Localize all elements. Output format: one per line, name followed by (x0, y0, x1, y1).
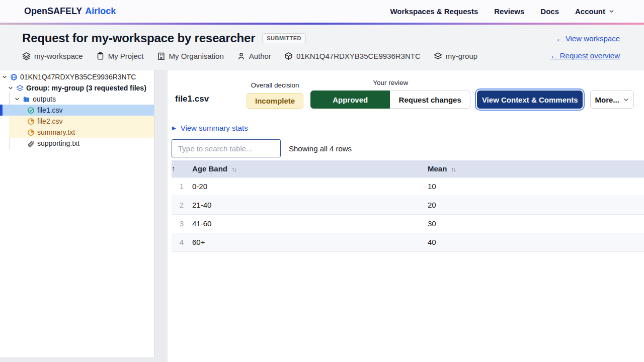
table-search-input[interactable] (172, 139, 281, 157)
tree-item-request-root[interactable]: 01KN1Q47RDXYB35CE9936R3NTC (0, 71, 154, 82)
tree-folder-label: outputs (33, 95, 56, 103)
pending-review-icon (27, 129, 35, 136)
view-workspace-link[interactable]: ← View workspace (556, 34, 620, 43)
meta-workspace: my-workspace (22, 52, 83, 60)
expand-triangle-icon: ▶ (172, 126, 176, 131)
title-row: Request for my-workspace by researcher S… (22, 31, 620, 45)
view-summary-stats-toggle[interactable]: ▶ View summary stats (172, 124, 248, 132)
nav-account-label: Account (575, 7, 605, 16)
table-search-row: Showing all 4 rows (172, 139, 644, 157)
table-row: 2 21-40 20 (172, 196, 644, 214)
data-table: ↑ Age Band↑↓ Mean↑↓ 1 0-20 10 2 (172, 160, 644, 252)
cube-icon (284, 52, 293, 60)
nav-links: Workspaces & Requests Reviews Docs Accou… (390, 7, 615, 16)
row-number: 2 (172, 196, 186, 214)
chevron-down-icon[interactable] (2, 74, 8, 80)
page: OpenSAFELY Airlock Workspaces & Requests… (0, 0, 644, 362)
chevron-down-icon[interactable] (14, 96, 20, 102)
tree-file-label: supporting.txt (37, 139, 79, 147)
sort-ascending-icon: ↑ (172, 164, 175, 172)
tree-item-supporting[interactable]: supporting.txt (0, 138, 154, 149)
meta-workspace-label: my-workspace (34, 52, 83, 60)
pending-review-icon (27, 118, 35, 125)
nav-workspaces-requests[interactable]: Workspaces & Requests (390, 7, 478, 16)
row-number: 4 (172, 233, 186, 251)
page-title: Request for my-workspace by researcher (22, 31, 255, 45)
tree-file-label: summary.txt (37, 128, 75, 136)
tree-item-file1[interactable]: file1.csv (0, 105, 154, 116)
meta-request-id-label: 01KN1Q47RDXYB35CE9936R3NTC (296, 52, 421, 60)
meta-organisation: My Organisation (157, 52, 224, 60)
column-header-mean[interactable]: Mean↑↓ (422, 160, 644, 177)
column-header-age-band[interactable]: Age Band↑↓ (186, 160, 422, 177)
sort-toggle-icon[interactable]: ↑↓ (451, 166, 455, 173)
meta-author: Author (237, 52, 271, 60)
chevron-down-icon (608, 8, 615, 15)
meta-project-label: My Project (108, 52, 144, 60)
request-icon (10, 73, 18, 81)
file-tree-panel: 01KN1Q47RDXYB35CE9936R3NTC Group: my-gro… (0, 70, 154, 357)
sort-toggle-icon[interactable]: ↑↓ (231, 166, 236, 173)
table-row: 3 41-60 30 (172, 214, 644, 233)
view-context-comments-button[interactable]: View Context & Comments (477, 90, 583, 109)
your-review-block: Your review Approved Request changes (310, 79, 470, 109)
row-number: 1 (172, 177, 186, 196)
building-icon (157, 52, 166, 60)
your-review-label: Your review (310, 79, 470, 86)
tree-file-label: file1.csv (37, 106, 63, 114)
project-icon (96, 52, 105, 60)
meta-author-label: Author (249, 52, 271, 60)
more-button[interactable]: More... (590, 90, 634, 109)
tree-file-label: file2.csv (37, 117, 63, 125)
cell-age-band: 21-40 (186, 196, 422, 214)
tree-item-outputs-folder[interactable]: outputs (0, 94, 154, 105)
nav-docs[interactable]: Docs (540, 7, 559, 16)
chevron-down-icon (623, 97, 629, 103)
layers-icon (22, 52, 31, 60)
overall-decision-label: Overall decision (247, 81, 303, 89)
tree-item-group[interactable]: Group: my-group (3 requested files) (0, 82, 154, 94)
status-badge: SUBMITTED (262, 33, 306, 43)
cell-mean: 30 (422, 214, 644, 233)
brand-airlock: Airlock (85, 6, 116, 17)
overall-decision-block: Overall decision Incomplete (247, 81, 303, 109)
overall-decision-badge: Incomplete (247, 93, 303, 109)
cell-mean: 40 (422, 233, 644, 251)
tree-item-file2[interactable]: file2.csv (0, 116, 154, 127)
column-label: Age Band (186, 164, 227, 173)
table-body: 1 0-20 10 2 21-40 20 3 41-60 30 4 60+ (172, 177, 644, 251)
request-header: Request for my-workspace by researcher S… (0, 25, 644, 70)
row-number-sort-header[interactable]: ↑ (172, 160, 186, 177)
top-navbar: OpenSAFELY Airlock Workspaces & Requests… (0, 0, 644, 23)
column-label: Mean (422, 164, 447, 173)
panel-resize-gutter[interactable]: 01KN1Q47RDXYB35CE9936R3NTC Group: my-gro… (0, 70, 168, 362)
tree-item-summary[interactable]: summary.txt (0, 127, 154, 138)
table-row: 4 60+ 40 (172, 233, 644, 251)
folder-icon (23, 96, 30, 103)
meta-request-id: 01KN1Q47RDXYB35CE9936R3NTC (284, 52, 421, 60)
cell-mean: 10 (422, 177, 644, 196)
group-icon (434, 52, 442, 60)
request-changes-button[interactable]: Request changes (390, 90, 470, 109)
nav-reviews[interactable]: Reviews (494, 7, 524, 16)
review-button-group: Approved Request changes (310, 90, 470, 109)
table-row: 1 0-20 10 (172, 177, 644, 196)
brand-logo[interactable]: OpenSAFELY Airlock (24, 6, 116, 17)
chevron-down-icon[interactable] (8, 85, 14, 91)
file-detail-panel: file1.csv Overall decision Incomplete Yo… (168, 70, 644, 362)
request-meta-row: my-workspace My Project My Organisation … (22, 52, 620, 60)
view-summary-stats-label: View summary stats (181, 124, 248, 132)
file-tree: 01KN1Q47RDXYB35CE9936R3NTC Group: my-gro… (0, 70, 154, 149)
group-layers-icon (16, 84, 24, 92)
approved-button[interactable]: Approved (310, 90, 390, 109)
tree-root-label: 01KN1Q47RDXYB35CE9936R3NTC (20, 73, 136, 81)
meta-organisation-label: My Organisation (169, 52, 224, 60)
request-overview-link[interactable]: ← Request overview (550, 51, 620, 60)
nav-account-menu[interactable]: Account (575, 7, 615, 16)
meta-group-label: my-group (446, 52, 477, 60)
rows-count-status: Showing all 4 rows (289, 144, 352, 153)
brand-opensafely: OpenSAFELY (24, 6, 82, 17)
cell-mean: 20 (422, 196, 644, 214)
row-number: 3 (172, 214, 186, 233)
cell-age-band: 0-20 (186, 177, 422, 196)
